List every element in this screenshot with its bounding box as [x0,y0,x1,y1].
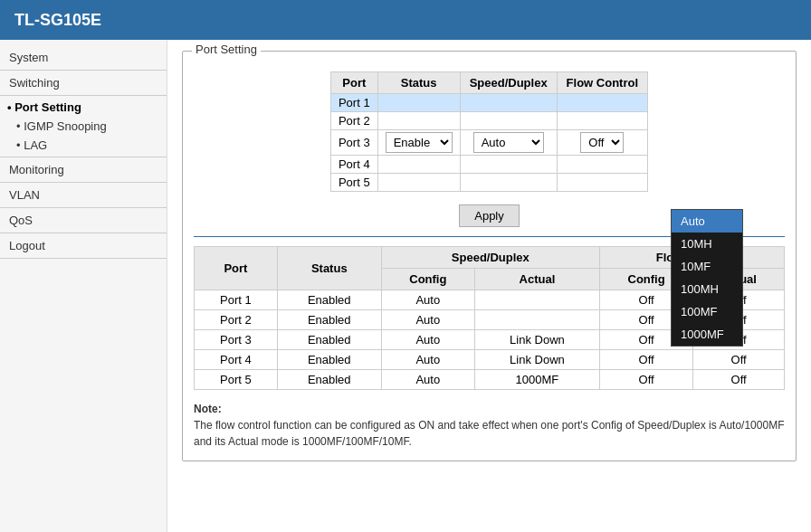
status-col-speed-group: Speed/Duplex [381,247,599,269]
status-row-speed-config: Auto [381,290,474,310]
status-row-status: Enabled [277,350,381,370]
config-flow-4 [557,156,647,174]
port-setting-title: Port Setting [192,43,261,56]
status-row: Port 5 Enabled Auto 1000MF Off Off [195,370,785,390]
status-speed-actual-header: Actual [474,269,599,290]
config-port-1: Port 1 [330,94,377,112]
config-row-port1: Port 1 [330,94,647,112]
sidebar-divider-6 [0,233,167,233]
sidebar-divider-7 [0,258,167,259]
config-speed-1 [460,94,557,112]
sidebar-item-igmp-snooping[interactable]: • IGMP Snooping [0,117,167,136]
dd-1000mf[interactable]: 1000MF [672,323,742,346]
app-header: TL-SG105E [0,0,811,40]
config-row-port2: Port 2 [330,112,647,130]
sidebar-item-logout[interactable]: Logout [0,235,167,256]
status-col-port: Port [195,247,278,290]
config-row-port4: Port 4 [330,156,647,174]
sidebar-divider-2 [0,95,167,96]
status-select[interactable]: Enable Disable [386,132,453,153]
sidebar-divider-4 [0,182,167,183]
speed-dropdown-overlay: Auto 10MH 10MF 100MH 100MF 1000MF [671,209,743,347]
note-label: Note: [194,403,222,415]
config-port-4: Port 4 [330,156,377,174]
config-speed-5 [460,174,557,192]
status-row-flow-config: Off [599,350,692,370]
dd-auto[interactable]: Auto [672,210,742,233]
config-status-ctrl: Enable Disable [377,130,460,156]
status-row-port: Port 1 [195,290,278,310]
status-row: Port 4 Enabled Auto Link Down Off Off [195,350,785,370]
flow-select[interactable]: Off On [580,132,624,153]
config-flow-2 [557,112,647,130]
sidebar-divider-1 [0,70,167,71]
config-speed-2 [460,112,557,130]
col-port: Port [330,72,377,94]
status-row-port: Port 2 [195,310,278,330]
status-row-port: Port 3 [195,330,278,350]
config-speed-4 [460,156,557,174]
col-status: Status [377,72,460,94]
col-speed: Speed/Duplex [460,72,557,94]
status-row-status: Enabled [277,290,381,310]
dd-100mh[interactable]: 100MH [672,278,742,300]
sidebar-item-vlan[interactable]: VLAN [0,185,167,205]
sidebar: System Switching Port Setting • IGMP Sno… [0,40,167,532]
status-row-speed-actual [474,310,599,330]
status-row-speed-actual [474,290,599,310]
config-port-5: Port 5 [330,174,377,192]
status-row-speed-config: Auto [381,370,474,390]
status-row-speed-config: Auto [381,310,474,330]
sidebar-item-lag[interactable]: • LAG [0,136,167,155]
sidebar-item-system[interactable]: System [0,47,167,68]
config-table: Port Status Speed/Duplex Flow Control Po… [330,71,648,192]
config-status-1 [377,94,460,112]
sidebar-divider-5 [0,207,167,208]
col-flow: Flow Control [557,72,647,94]
status-row-status: Enabled [277,330,381,350]
config-port-2: Port 2 [330,112,377,130]
config-status-5 [377,174,460,192]
config-flow-ctrl: Off On [557,130,647,156]
sidebar-item-switching[interactable]: Switching [0,72,167,93]
sidebar-item-port-setting[interactable]: Port Setting [0,98,167,117]
sidebar-item-monitoring[interactable]: Monitoring [0,159,167,180]
port-setting-panel: Port Setting Port Status Speed/Duplex Fl… [182,51,797,461]
status-row-status: Enabled [277,310,381,330]
config-area: Port Status Speed/Duplex Flow Control Po… [194,71,785,192]
apply-button[interactable]: Apply [459,204,520,227]
app-title: TL-SG105E [14,11,101,30]
status-speed-config-header: Config [381,269,474,290]
config-port-3: Port 3 [330,130,377,156]
status-row-flow-config: Off [599,370,692,390]
note-section: Note: The flow control function can be c… [194,401,785,450]
sidebar-divider-3 [0,157,167,157]
status-row-status: Enabled [277,370,381,390]
sidebar-item-qos[interactable]: QoS [0,210,167,231]
dd-10mf[interactable]: 10MF [672,255,742,278]
dd-100mf[interactable]: 100MF [672,300,742,323]
status-row-port: Port 4 [195,350,278,370]
config-speed-ctrl: Auto 10MH 10MF 100MH 100MF 1000MF [460,130,557,156]
config-status-2 [377,112,460,130]
status-col-status: Status [277,247,381,290]
status-row-speed-actual: 1000MF [474,370,599,390]
note-text: The flow control function can be configu… [194,419,784,448]
status-row-flow-actual: Off [693,350,785,370]
config-row-port5: Port 5 [330,174,647,192]
status-row-port: Port 5 [195,370,278,390]
speed-select[interactable]: Auto 10MH 10MF 100MH 100MF 1000MF [473,132,544,153]
status-row-speed-config: Auto [381,350,474,370]
config-flow-1 [557,94,647,112]
config-flow-5 [557,174,647,192]
status-row-speed-config: Auto [381,330,474,350]
dd-10mh[interactable]: 10MH [672,233,742,255]
status-row-speed-actual: Link Down [474,350,599,370]
status-row-flow-actual: Off [693,370,785,390]
status-row-speed-actual: Link Down [474,330,599,350]
config-status-4 [377,156,460,174]
main-content: Port Setting Port Status Speed/Duplex Fl… [167,40,811,532]
config-row-port3: Port 3 Enable Disable Auto [330,130,647,156]
